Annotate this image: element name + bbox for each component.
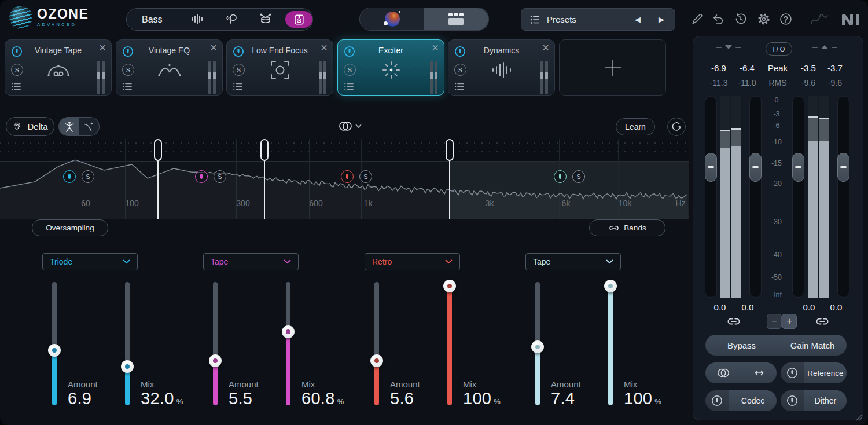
preset-next-button[interactable]: ▶ (659, 9, 664, 30)
fader-handle[interactable] (749, 153, 762, 182)
band3-mix-slider[interactable] (443, 282, 456, 407)
output-link-icon[interactable] (814, 316, 830, 327)
zoom-out-button[interactable]: − (767, 314, 782, 329)
band3-amount-slider[interactable] (370, 282, 383, 407)
band2-amount-slider[interactable] (209, 282, 222, 407)
menu-icon[interactable] (455, 83, 464, 90)
fader-handle[interactable] (792, 153, 804, 182)
channel-selector[interactable] (338, 119, 362, 133)
solo-button[interactable]: S (11, 64, 23, 76)
output-gain-indicator[interactable] (812, 45, 837, 49)
band2-mode-dropdown[interactable]: Tape (203, 253, 299, 270)
ai-assistant-icon[interactable] (385, 12, 400, 27)
presets-label[interactable]: Presets (547, 14, 576, 24)
amount-value[interactable]: 7.4 (551, 389, 575, 408)
band1-amount-slider[interactable] (48, 282, 61, 407)
output-gain-value-r[interactable]: 0.0 (823, 302, 849, 312)
presets-browser[interactable]: Presets ◀ ▶ (521, 8, 675, 31)
solo-button[interactable]: S (233, 64, 245, 76)
close-icon[interactable]: × (432, 41, 439, 54)
band-split-handle[interactable] (446, 139, 454, 161)
output-gain-fader-r[interactable] (837, 96, 849, 298)
close-icon[interactable]: × (210, 41, 217, 54)
channel-swap-button[interactable] (741, 362, 777, 383)
spectrum-analyzer[interactable]: 601003006001k3k6k10kHzSSSS (0, 139, 689, 219)
reference-button[interactable]: Reference (804, 362, 847, 383)
mix-value[interactable]: 100% (624, 389, 661, 408)
band4-mix-slider[interactable] (604, 282, 617, 407)
resize-handle[interactable] (854, 412, 863, 422)
drum-icon[interactable] (259, 12, 273, 26)
menu-icon[interactable] (344, 83, 354, 90)
instrument-selector[interactable]: Bass (126, 8, 313, 31)
codec-power-button[interactable] (705, 390, 729, 411)
delta-button[interactable]: Delta (6, 117, 54, 136)
mix-value[interactable]: 60.8% (301, 389, 344, 408)
module-card-vintage-eq[interactable]: Vintage EQ × S (116, 39, 223, 96)
help-icon[interactable] (779, 12, 793, 26)
zoom-in-button[interactable]: + (782, 314, 797, 329)
module-card-low-end-focus[interactable]: Low End Focus × S (226, 39, 333, 96)
amount-value[interactable]: 5.6 (390, 389, 414, 408)
close-icon[interactable]: × (321, 41, 328, 54)
solo-button[interactable]: S (344, 64, 356, 76)
analyzer-mode-toggle[interactable] (58, 117, 100, 136)
output-gain-fader-l[interactable] (792, 96, 804, 298)
slider-handle[interactable] (604, 280, 617, 292)
close-icon[interactable]: × (542, 41, 549, 54)
slider-handle[interactable] (443, 280, 456, 292)
oversampling-button[interactable]: Oversampling (32, 219, 108, 236)
band-4-solo-button[interactable]: S (572, 170, 585, 183)
slider-handle[interactable] (209, 354, 222, 367)
input-gain-indicator[interactable] (716, 45, 741, 49)
slider-handle[interactable] (48, 344, 61, 357)
instrument-label[interactable]: Bass (142, 9, 163, 30)
reset-button[interactable] (667, 118, 686, 136)
band-2-solo-button[interactable]: S (214, 170, 226, 183)
slider-handle[interactable] (531, 340, 544, 353)
band3-mode-dropdown[interactable]: Retro (365, 253, 460, 270)
band-3-solo-button[interactable]: S (359, 170, 372, 183)
fader-handle[interactable] (837, 153, 849, 182)
speaker-mode-selected[interactable] (285, 11, 312, 28)
menu-icon[interactable] (123, 83, 132, 90)
pencil-icon[interactable] (690, 12, 704, 26)
input-gain-value-r[interactable]: 0.0 (735, 302, 760, 312)
waveform-icon[interactable] (190, 12, 204, 26)
slider-handle[interactable] (282, 325, 295, 338)
band-3-power-button[interactable] (341, 170, 354, 183)
slider-handle[interactable] (370, 354, 383, 367)
power-icon[interactable] (11, 46, 23, 57)
undo-icon[interactable] (711, 12, 724, 26)
menu-icon[interactable] (12, 83, 21, 90)
history-icon[interactable] (734, 12, 748, 26)
module-card-dynamics[interactable]: Dynamics × S (448, 39, 555, 96)
band2-mix-slider[interactable] (282, 282, 295, 407)
band1-mode-dropdown[interactable]: Triode (42, 253, 138, 270)
power-icon[interactable] (122, 46, 134, 57)
mix-value[interactable]: 32.0% (141, 389, 183, 408)
band-split-handle[interactable] (154, 139, 162, 161)
amount-value[interactable]: 6.9 (68, 389, 91, 408)
band-2-power-button[interactable] (195, 170, 208, 183)
amount-value[interactable]: 5.5 (229, 389, 252, 408)
dither-power-button[interactable] (781, 390, 804, 411)
vocal-icon[interactable] (225, 12, 239, 26)
input-gain-value-l[interactable]: 0.0 (707, 302, 733, 312)
preset-prev-button[interactable]: ◀ (635, 9, 641, 30)
band-4-power-button[interactable] (554, 170, 567, 183)
module-card-exciter[interactable]: Exciter × S (337, 39, 444, 96)
input-link-icon[interactable] (726, 316, 742, 327)
gain-match-button[interactable]: Gain Match (778, 335, 847, 356)
add-module-button[interactable] (559, 39, 666, 96)
stereo-mode-button[interactable] (705, 362, 741, 383)
band1-mix-slider[interactable] (121, 282, 134, 407)
power-icon[interactable] (233, 46, 244, 57)
band4-mode-dropdown[interactable]: Tape (525, 253, 621, 270)
close-icon[interactable]: × (99, 41, 106, 54)
solo-button[interactable]: S (454, 64, 466, 76)
tilt-curve-icon[interactable] (83, 120, 95, 133)
bands-link-button[interactable]: Bands (589, 219, 665, 236)
bypass-button[interactable]: Bypass (705, 335, 778, 356)
solo-button[interactable]: S (122, 64, 134, 76)
